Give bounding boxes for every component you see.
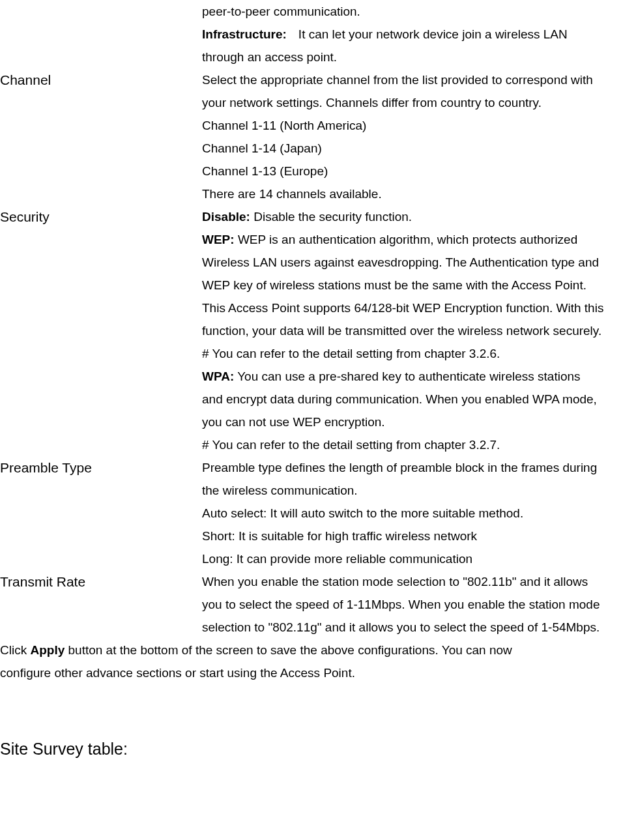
description-line: # You can refer to the detail setting fr…: [202, 433, 636, 456]
definition-row: Short: It is suitable for high traffic w…: [0, 525, 636, 547]
document-page: peer-to-peer communication.Infrastructur…: [0, 0, 636, 840]
description-text: # You can refer to the detail setting fr…: [202, 438, 500, 452]
definition-row: and encrypt data during communication. W…: [0, 388, 636, 411]
footer-paragraph-line2: configure other advance sections or star…: [0, 661, 636, 684]
description-line: Auto select: It will auto switch to the …: [202, 502, 636, 525]
description-line: Select the appropriate channel from the …: [202, 68, 636, 91]
description-line: Preamble type defines the length of prea…: [202, 456, 636, 479]
description-line: WEP key of wireless stations must be the…: [202, 274, 636, 297]
description-line: WPA: You can use a pre-shared key to aut…: [202, 365, 636, 388]
description-line: # You can refer to the detail setting fr…: [202, 342, 636, 365]
description-line: This Access Point supports 64/128-bit WE…: [202, 297, 636, 319]
description-line: the wireless communication.: [202, 479, 636, 502]
definition-row: Transmit RateWhen you enable the station…: [0, 570, 636, 593]
description-line: Infrastructure:It can let your network d…: [202, 23, 636, 46]
definition-row: you can not use WEP encryption.: [0, 411, 636, 433]
description-text: Channel 1-13 (Europe): [202, 164, 328, 178]
footer-paragraph-line1: Click Apply button at the bottom of the …: [0, 639, 636, 661]
definition-list: peer-to-peer communication.Infrastructur…: [0, 0, 636, 639]
definition-row: ChannelSelect the appropriate channel fr…: [0, 68, 636, 91]
description-text: There are 14 channels available.: [202, 187, 382, 201]
description-text: Short: It is suitable for high traffic w…: [202, 529, 477, 543]
description-text: Wireless LAN users against eavesdropping…: [202, 255, 599, 269]
description-line: through an access point.: [202, 46, 636, 68]
definition-row: Preamble TypePreamble type defines the l…: [0, 456, 636, 479]
description-line: your network settings. Channels differ f…: [202, 91, 636, 114]
description-line: WEP: WEP is an authentication algorithm,…: [202, 228, 636, 251]
description-line: When you enable the station mode selecti…: [202, 570, 636, 593]
definition-row: Auto select: It will auto switch to the …: [0, 502, 636, 525]
bold-term: WEP:: [202, 233, 235, 246]
bold-term: Disable:: [202, 210, 250, 224]
description-text: function, your data will be transmitted …: [202, 324, 601, 338]
definition-row: Channel 1-13 (Europe): [0, 160, 636, 182]
definition-row: WEP: WEP is an authentication algorithm,…: [0, 228, 636, 251]
term-label: Channel: [0, 68, 202, 91]
description-line: Channel 1-14 (Japan): [202, 137, 636, 160]
description-line: Channel 1-11 (North America): [202, 114, 636, 137]
definition-row: Long: It can provide more reliable commu…: [0, 547, 636, 570]
definition-row: you to select the speed of 1-11Mbps. Whe…: [0, 593, 636, 616]
definition-row: through an access point.: [0, 46, 636, 68]
section-header-site-survey: Site Survey table:: [0, 740, 636, 759]
definition-row: This Access Point supports 64/128-bit WE…: [0, 297, 636, 319]
description-line: Wireless LAN users against eavesdropping…: [202, 251, 636, 274]
footer-post1: button at the bottom of the screen to sa…: [65, 643, 512, 657]
description-text: Preamble type defines the length of prea…: [202, 461, 597, 474]
description-text: # You can refer to the detail setting fr…: [202, 347, 500, 360]
definition-row: Channel 1-11 (North America): [0, 114, 636, 137]
definition-row: Infrastructure:It can let your network d…: [0, 23, 636, 46]
description-line: function, your data will be transmitted …: [202, 319, 636, 342]
definition-row: the wireless communication.: [0, 479, 636, 502]
description-line: peer-to-peer communication.: [202, 0, 636, 23]
description-text: Disable the security function.: [250, 210, 412, 224]
description-text: through an access point.: [202, 50, 337, 64]
description-line: Long: It can provide more reliable commu…: [202, 547, 636, 570]
description-text: You can use a pre-shared key to authenti…: [234, 369, 580, 383]
definition-row: selection to "802.11g" and it allows you…: [0, 616, 636, 639]
bold-term: Infrastructure:: [202, 27, 287, 41]
description-text: Long: It can provide more reliable commu…: [202, 552, 472, 566]
description-text: selection to "802.11g" and it allows you…: [202, 620, 600, 634]
definition-row: SecurityDisable: Disable the security fu…: [0, 205, 636, 228]
definition-row: function, your data will be transmitted …: [0, 319, 636, 342]
description-line: There are 14 channels available.: [202, 182, 636, 205]
description-text: It can let your network device join a wi…: [298, 27, 568, 41]
description-text: you to select the speed of 1-11Mbps. Whe…: [202, 598, 600, 611]
definition-row: Channel 1-14 (Japan): [0, 137, 636, 160]
description-text: the wireless communication.: [202, 484, 358, 497]
definition-row: peer-to-peer communication.: [0, 0, 636, 23]
definition-row: There are 14 channels available.: [0, 182, 636, 205]
definition-row: # You can refer to the detail setting fr…: [0, 342, 636, 365]
definition-row: WEP key of wireless stations must be the…: [0, 274, 636, 297]
footer-bold-apply: Apply: [30, 643, 65, 657]
definition-row: # You can refer to the detail setting fr…: [0, 433, 636, 456]
description-text: and encrypt data during communication. W…: [202, 392, 597, 406]
footer-pre: Click: [0, 643, 30, 657]
description-text: Auto select: It will auto switch to the …: [202, 506, 523, 520]
description-text: WEP key of wireless stations must be the…: [202, 278, 586, 292]
description-text: WEP is an authentication algorithm, whic…: [235, 233, 578, 246]
description-text: Select the appropriate channel from the …: [202, 73, 593, 87]
definition-row: your network settings. Channels differ f…: [0, 91, 636, 114]
description-line: you to select the speed of 1-11Mbps. Whe…: [202, 593, 636, 616]
description-line: and encrypt data during communication. W…: [202, 388, 636, 411]
description-line: Disable: Disable the security function.: [202, 205, 636, 228]
description-text: Channel 1-11 (North America): [202, 119, 366, 132]
description-text: your network settings. Channels differ f…: [202, 96, 542, 109]
bold-term: WPA:: [202, 369, 234, 383]
term-label: Security: [0, 205, 202, 228]
description-text: peer-to-peer communication.: [202, 5, 360, 18]
description-text: When you enable the station mode selecti…: [202, 575, 588, 588]
description-line: Channel 1-13 (Europe): [202, 160, 636, 182]
description-text: you can not use WEP encryption.: [202, 415, 385, 429]
description-line: Short: It is suitable for high traffic w…: [202, 525, 636, 547]
definition-row: Wireless LAN users against eavesdropping…: [0, 251, 636, 274]
definition-row: WPA: You can use a pre-shared key to aut…: [0, 365, 636, 388]
term-label: Transmit Rate: [0, 570, 202, 593]
term-label: Preamble Type: [0, 456, 202, 479]
description-text: Channel 1-14 (Japan): [202, 141, 322, 155]
description-line: selection to "802.11g" and it allows you…: [202, 616, 636, 639]
description-text: This Access Point supports 64/128-bit WE…: [202, 301, 603, 315]
description-line: you can not use WEP encryption.: [202, 411, 636, 433]
